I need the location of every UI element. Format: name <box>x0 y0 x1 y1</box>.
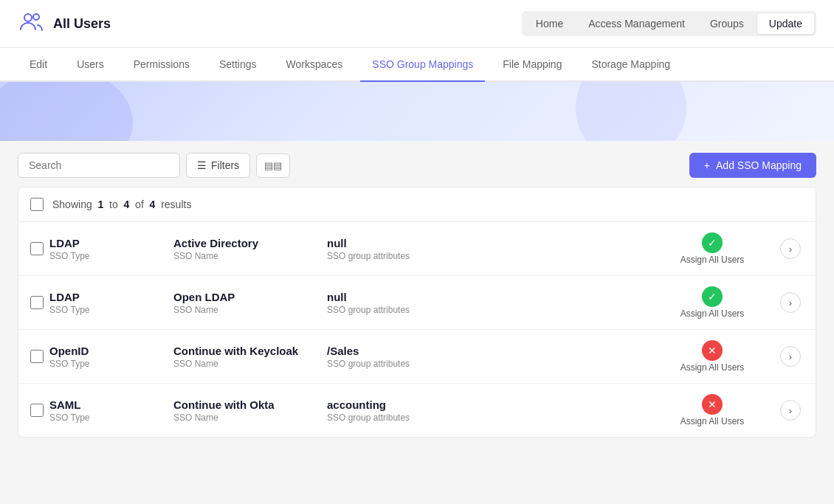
nav-home[interactable]: Home <box>524 13 575 34</box>
tab-settings[interactable]: Settings <box>207 48 269 82</box>
status-check-icon: ✓ <box>702 286 723 307</box>
row-3-assign: ✕ Assign All Users <box>653 340 771 373</box>
row-3-sso-name: Continue with Keycloak SSO Name <box>173 345 321 369</box>
banner <box>0 82 834 141</box>
add-sso-mapping-button[interactable]: + Add SSO Mapping <box>689 153 816 178</box>
plus-icon: + <box>704 159 710 171</box>
row-4-checkbox[interactable] <box>30 404 44 417</box>
select-all-checkbox[interactable] <box>30 198 44 211</box>
top-nav: Home Access Management Groups Update <box>522 11 816 36</box>
table-row: OpenID SSO Type Continue with Keycloak S… <box>18 330 816 384</box>
row-1-action: › <box>777 238 804 259</box>
filter-label: Filters <box>211 159 239 171</box>
nav-groups[interactable]: Groups <box>698 13 756 34</box>
row-4-sso-type: SAML SSO Type <box>49 398 168 423</box>
row-1-chevron-button[interactable]: › <box>780 238 801 259</box>
tab-permissions[interactable]: Permissions <box>122 48 201 82</box>
table-row: LDAP SSO Type Active Directory SSO Name … <box>18 222 816 276</box>
tab-users[interactable]: Users <box>65 48 116 82</box>
page-title: All Users <box>53 16 111 32</box>
status-x-icon: ✕ <box>702 394 723 415</box>
grid-view-button[interactable]: ▤▤ <box>256 153 290 178</box>
row-3-sso-type: OpenID SSO Type <box>49 345 168 369</box>
row-2-assign: ✓ Assign All Users <box>653 286 771 319</box>
filter-icon: ☰ <box>197 159 207 171</box>
row-3-sso-group: /Sales SSO group attributes <box>327 345 647 369</box>
row-4-sso-name: Continue with Okta SSO Name <box>173 398 321 423</box>
main-content: ☰ Filters ▤▤ + Add SSO Mapping Showing 1… <box>0 141 834 449</box>
nav-update[interactable]: Update <box>757 13 814 34</box>
row-2-sso-type: LDAP SSO Type <box>49 291 168 315</box>
row-1-sso-name: Active Directory SSO Name <box>173 237 321 261</box>
row-3-checkbox[interactable] <box>30 350 44 363</box>
row-4-assign: ✕ Assign All Users <box>653 394 771 427</box>
results-summary: Showing 1 to 4 of 4 results <box>18 187 816 222</box>
tab-storage-mapping[interactable]: Storage Mapping <box>579 48 682 82</box>
search-input[interactable] <box>18 153 180 178</box>
row-1-checkbox[interactable] <box>30 242 44 255</box>
tab-workspaces[interactable]: Workspaces <box>275 48 355 82</box>
toolbar-left: ☰ Filters ▤▤ <box>18 153 290 178</box>
header-left: All Users <box>18 9 111 38</box>
row-2-chevron-button[interactable]: › <box>780 292 801 313</box>
filter-button[interactable]: ☰ Filters <box>186 153 250 178</box>
table-row: SAML SSO Type Continue with Okta SSO Nam… <box>18 384 816 437</box>
tab-edit[interactable]: Edit <box>18 48 59 82</box>
svg-point-0 <box>24 14 32 21</box>
users-icon <box>18 9 44 38</box>
toolbar: ☰ Filters ▤▤ + Add SSO Mapping <box>18 153 816 178</box>
row-4-chevron-button[interactable]: › <box>780 400 801 421</box>
svg-point-1 <box>33 14 39 20</box>
status-check-icon: ✓ <box>702 232 723 253</box>
header: All Users Home Access Management Groups … <box>0 0 834 48</box>
tab-file-mapping[interactable]: File Mapping <box>491 48 573 82</box>
table-row: LDAP SSO Type Open LDAP SSO Name null SS… <box>18 276 816 330</box>
row-1-sso-group: null SSO group attributes <box>327 237 647 261</box>
row-2-sso-group: null SSO group attributes <box>327 291 647 315</box>
row-2-action: › <box>777 292 804 313</box>
grid-icon: ▤▤ <box>264 160 282 171</box>
row-2-sso-name: Open LDAP SSO Name <box>173 291 321 315</box>
row-4-action: › <box>777 400 804 421</box>
row-1-assign: ✓ Assign All Users <box>653 232 771 265</box>
sso-mappings-table: Showing 1 to 4 of 4 results LDAP SSO Typ… <box>18 187 816 438</box>
nav-access-management[interactable]: Access Management <box>576 13 697 34</box>
status-x-icon: ✕ <box>702 340 723 361</box>
tab-bar: Edit Users Permissions Settings Workspac… <box>0 48 834 82</box>
results-text: Showing 1 to 4 of 4 results <box>52 199 191 210</box>
row-2-checkbox[interactable] <box>30 296 44 309</box>
row-4-sso-group: accounting SSO group attributes <box>327 398 647 423</box>
row-3-chevron-button[interactable]: › <box>780 346 801 367</box>
row-3-action: › <box>777 346 804 367</box>
add-sso-mapping-label: Add SSO Mapping <box>716 159 802 171</box>
row-1-sso-type: LDAP SSO Type <box>49 237 168 261</box>
tab-sso-group-mappings[interactable]: SSO Group Mappings <box>360 48 485 82</box>
